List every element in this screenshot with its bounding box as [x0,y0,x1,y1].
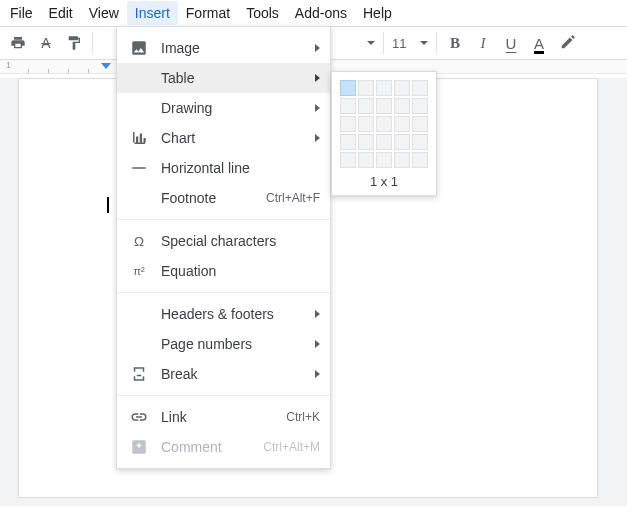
table-picker-cell[interactable] [358,80,374,96]
table-picker-cell[interactable] [394,80,410,96]
paint-format-button[interactable] [60,29,88,57]
table-picker-cell[interactable] [376,152,392,168]
menubar-tools[interactable]: Tools [238,1,287,25]
table-picker-cell[interactable] [358,116,374,132]
menu-item-table[interactable]: Table [117,63,330,93]
spellcheck-icon: A [41,35,50,51]
menu-separator [117,292,330,293]
table-picker-cell[interactable] [394,134,410,150]
toolbar-separator [92,32,93,54]
omega-icon: Ω [130,232,148,250]
table-picker-cell[interactable] [376,80,392,96]
highlighter-icon [558,34,576,52]
table-picker-cell[interactable] [340,134,356,150]
menu-item-page-numbers[interactable]: Page numbers [117,329,330,359]
break-icon [130,365,148,383]
menubar-help[interactable]: Help [355,1,400,25]
italic-icon: I [481,35,486,52]
bold-icon: B [450,35,460,52]
highlight-button[interactable] [553,29,581,57]
menu-item-label: Link [161,409,286,425]
menu-item-label: Comment [161,439,263,455]
ruler-number: 1 [6,60,11,70]
blank-icon [129,334,149,354]
chevron-down-icon [420,41,428,45]
spellcheck-button[interactable]: A [32,29,60,57]
toolbar-separator [436,32,437,54]
menu-item-label: Footnote [161,190,266,206]
italic-button[interactable]: I [469,29,497,57]
menu-item-chart[interactable]: Chart [117,123,330,153]
table-picker-cell[interactable] [358,98,374,114]
hr-icon [129,158,149,178]
indent-marker[interactable] [101,63,111,69]
table-picker-cell[interactable] [376,98,392,114]
table-picker-cell[interactable] [340,116,356,132]
table-picker-cell[interactable] [376,116,392,132]
submenu-arrow-icon [315,340,320,348]
toolbar-separator [383,32,384,54]
menu-item-headers-footers[interactable]: Headers & footers [117,299,330,329]
menu-item-horizontal-line[interactable]: Horizontal line [117,153,330,183]
pi-icon: π² [129,261,149,281]
menu-item-link[interactable]: LinkCtrl+K [117,402,330,432]
menubar-addons[interactable]: Add-ons [287,1,355,25]
menubar-file[interactable]: File [2,1,41,25]
table-picker-cell[interactable] [358,152,374,168]
menu-item-label: Table [161,70,315,86]
text-cursor [107,197,109,213]
table-picker-cell[interactable] [394,116,410,132]
print-icon [10,35,26,51]
menu-item-shortcut: Ctrl+Alt+F [266,191,320,205]
table-picker-cell[interactable] [358,134,374,150]
table-picker-submenu: 1 x 1 [331,71,437,196]
menu-item-label: Page numbers [161,336,315,352]
menu-separator [117,219,330,220]
table-picker-cell[interactable] [340,98,356,114]
text-color-button[interactable]: A [525,29,553,57]
print-button[interactable] [4,29,32,57]
underline-button[interactable]: U [497,29,525,57]
font-size-dropdown[interactable]: 11 [388,31,432,55]
blank-icon [129,98,149,118]
menu-item-image[interactable]: Image [117,33,330,63]
text-color-icon: A [534,35,544,52]
menu-item-comment: CommentCtrl+Alt+M [117,432,330,462]
table-picker-cell[interactable] [412,116,428,132]
menu-item-label: Chart [161,130,315,146]
menubar-format[interactable]: Format [178,1,238,25]
menubar-view[interactable]: View [81,1,127,25]
submenu-arrow-icon [315,370,320,378]
image-icon [129,38,149,58]
link-icon [129,407,149,427]
menu-item-equation[interactable]: π²Equation [117,256,330,286]
table-picker-cell[interactable] [376,134,392,150]
svg-text:π²: π² [133,265,145,277]
table-picker-cell[interactable] [394,152,410,168]
image-icon [130,39,148,57]
menu-item-special-characters[interactable]: ΩSpecial characters [117,226,330,256]
menubar-edit[interactable]: Edit [41,1,81,25]
menu-item-break[interactable]: Break [117,359,330,389]
submenu-arrow-icon [315,134,320,142]
bold-button[interactable]: B [441,29,469,57]
font-family-dropdown[interactable] [359,31,379,55]
table-picker-grid[interactable] [340,80,428,168]
submenu-arrow-icon [315,44,320,52]
menu-item-label: Break [161,366,315,382]
table-picker-cell[interactable] [412,98,428,114]
menu-item-footnote[interactable]: FootnoteCtrl+Alt+F [117,183,330,213]
break-icon [129,364,149,384]
blank-icon [129,68,149,88]
menu-item-drawing[interactable]: Drawing [117,93,330,123]
table-picker-cell[interactable] [412,152,428,168]
menubar-insert[interactable]: Insert [127,1,178,25]
menu-item-shortcut: Ctrl+K [286,410,320,424]
table-picker-cell[interactable] [340,80,356,96]
table-picker-cell[interactable] [394,98,410,114]
table-picker-cell[interactable] [340,152,356,168]
blank-icon [129,304,149,324]
chart-icon [129,128,149,148]
table-picker-cell[interactable] [412,80,428,96]
table-picker-cell[interactable] [412,134,428,150]
